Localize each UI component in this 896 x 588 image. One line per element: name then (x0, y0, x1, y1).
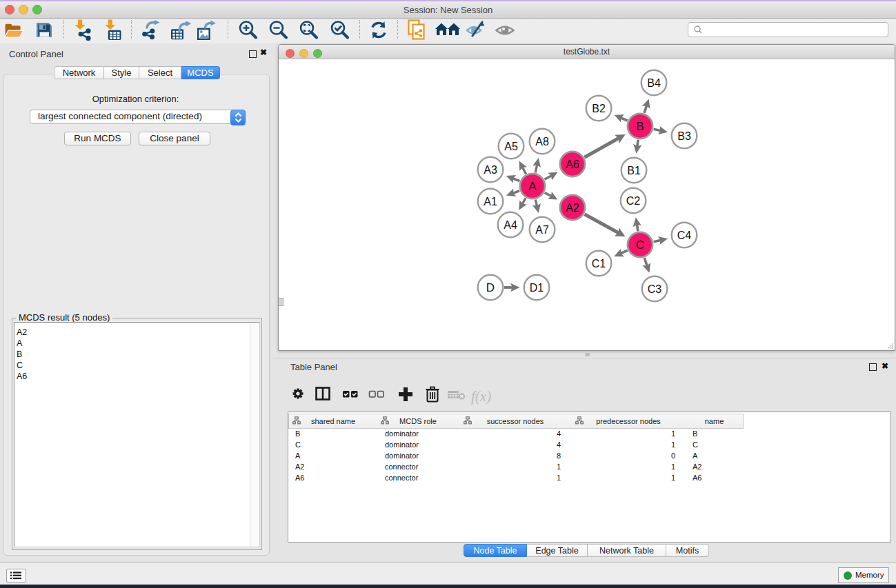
svg-text:D1: D1 (530, 282, 544, 294)
svg-text:C1: C1 (592, 258, 606, 270)
svg-text:A1: A1 (484, 196, 497, 207)
svg-text:B3: B3 (677, 130, 691, 142)
svg-text:A8: A8 (535, 136, 549, 148)
svg-text:A6: A6 (566, 159, 579, 170)
svg-text:A: A (528, 180, 537, 193)
svg-text:D: D (486, 281, 495, 294)
svg-text:B2: B2 (592, 103, 606, 114)
svg-text:C4: C4 (677, 230, 692, 241)
svg-text:A5: A5 (504, 141, 518, 152)
svg-text:B1: B1 (627, 165, 641, 176)
svg-text:B: B (636, 120, 644, 133)
svg-text:A3: A3 (484, 164, 497, 176)
svg-text:C2: C2 (626, 195, 641, 207)
svg-text:A4: A4 (504, 219, 517, 231)
svg-text:C: C (636, 239, 644, 252)
svg-text:C3: C3 (648, 283, 662, 295)
svg-text:A2: A2 (566, 202, 579, 214)
svg-text:B4: B4 (647, 77, 661, 89)
svg-text:A7: A7 (535, 224, 549, 236)
